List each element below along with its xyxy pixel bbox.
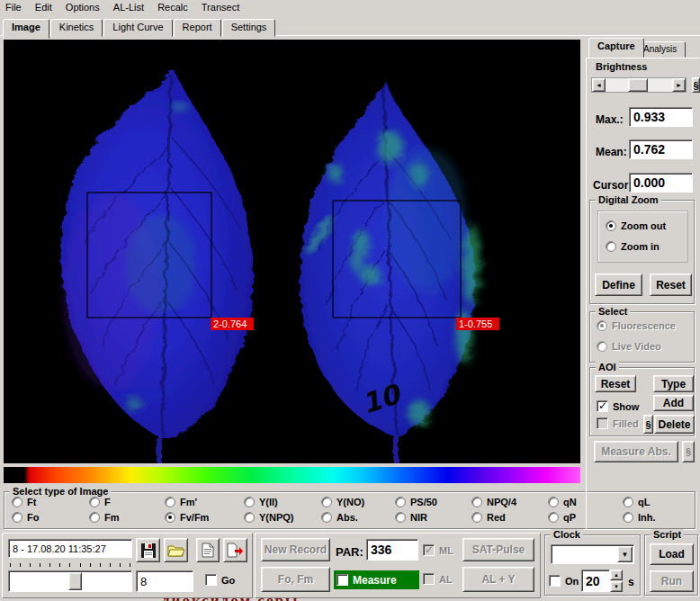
new-record-button: New Record: [261, 538, 330, 561]
menu-edit[interactable]: Edit: [30, 0, 58, 14]
save-record-button[interactable]: [136, 538, 160, 562]
fo-fm-button: Fo, Fm: [261, 567, 330, 592]
clock-unit-label: s: [628, 576, 634, 588]
digital-zoom-title: Digital Zoom: [596, 194, 661, 205]
aoi-add-button[interactable]: Add: [653, 395, 694, 411]
report-page-button[interactable]: [196, 538, 220, 562]
radio-live-video: Live Video: [597, 341, 661, 352]
radio-ps50[interactable]: PS/50: [395, 497, 437, 507]
tab-light-curve[interactable]: Light Curve: [103, 19, 172, 37]
radio-fluorescence: Fluorescence: [597, 320, 676, 331]
aoi-reset-button[interactable]: Reset: [595, 375, 636, 392]
radio-zoom-out[interactable]: Zoom out: [606, 220, 666, 231]
radio-npq4[interactable]: NPQ/4: [471, 497, 516, 507]
par-label: PAR:: [336, 545, 363, 559]
radio-red[interactable]: Red: [471, 512, 506, 523]
mean-label: Mean:: [596, 146, 627, 158]
radio-qp[interactable]: qP: [548, 512, 576, 523]
brightness-scroll-left-arrow[interactable]: ◄: [592, 78, 606, 92]
radio-fm[interactable]: Fm: [89, 512, 120, 523]
radio-nir[interactable]: NIR: [395, 512, 427, 523]
spinner-down-arrow[interactable]: ▼: [610, 581, 623, 592]
spinner-up-arrow[interactable]: ▲: [610, 570, 623, 580]
measuring-panel: New Record PAR: 336 ML SAT-Pulse Fo, Fm …: [255, 533, 541, 598]
record-slider[interactable]: [8, 570, 132, 592]
radio-qn[interactable]: qN: [548, 497, 577, 507]
open-record-button[interactable]: [164, 538, 188, 562]
measure-label: Measure: [353, 574, 397, 587]
measure-abs-handle-icon[interactable]: §: [682, 441, 695, 462]
aoi-filled-checkbox: Filled: [597, 417, 639, 429]
tab-settings[interactable]: Settings: [222, 19, 276, 37]
measure-checkbox[interactable]: [337, 574, 348, 586]
radio-f[interactable]: F: [89, 497, 111, 507]
aoi-group-title: AOI: [596, 362, 619, 372]
tab-report[interactable]: Report: [174, 19, 221, 37]
main-tab-bar: ImageKineticsLight CurveReportSettings: [0, 17, 700, 36]
radio-ft[interactable]: Ft: [12, 497, 36, 507]
brightness-scroll-right-arrow[interactable]: ►: [672, 78, 686, 92]
fluorescence-image-view[interactable]: 10 2-0.764 1-0.755: [4, 40, 580, 463]
menu-file[interactable]: File: [0, 0, 27, 14]
tab-capture[interactable]: Capture: [588, 38, 644, 58]
al-checkbox: AL: [423, 573, 453, 585]
record-slider-thumb[interactable]: [68, 572, 82, 590]
clock-dropdown[interactable]: ▼: [551, 544, 634, 564]
zoom-define-button[interactable]: Define: [595, 274, 642, 296]
brightness-handle-icon[interactable]: §: [692, 77, 700, 93]
record-selector[interactable]: 8 - 17.08.20 11:35:27: [8, 539, 132, 558]
aoi-type-button[interactable]: Type: [653, 375, 694, 392]
image-type-group-title: Select type of Image: [10, 486, 111, 497]
export-record-button[interactable]: [223, 538, 247, 562]
radio-ynpq[interactable]: Y(NPQ): [244, 512, 294, 523]
select-source-title: Select: [596, 306, 630, 317]
aoi-value-label-right: 1-0.755: [456, 318, 499, 330]
radio-fm-prime[interactable]: Fm': [165, 497, 197, 507]
radio-y2[interactable]: Y(II): [244, 497, 278, 507]
clock-interval-field[interactable]: 20: [581, 570, 610, 592]
radio-fo[interactable]: Fo: [12, 512, 39, 523]
tab-image[interactable]: Image: [3, 19, 49, 39]
ml-checkbox: ML: [423, 544, 453, 556]
par-value-field[interactable]: 336: [366, 539, 418, 561]
clock-group-title: Clock: [551, 529, 583, 540]
menu-options[interactable]: Options: [60, 0, 105, 14]
clock-interval-spinner[interactable]: ▲ ▼: [610, 570, 623, 592]
document-icon: [202, 543, 214, 558]
max-label: Max.:: [596, 113, 624, 126]
script-group: Script Load Run: [644, 534, 698, 596]
radio-yno[interactable]: Y(NO): [321, 497, 364, 507]
record-slider-ticks: [10, 563, 130, 567]
go-checkbox[interactable]: Go: [205, 574, 235, 586]
brightness-scroll-thumb[interactable]: [628, 78, 648, 92]
aoi-group: AOI Reset Type Show Add Filled § Delete: [589, 367, 695, 436]
digital-zoom-group: Digital Zoom Zoom out Zoom in Define Res…: [589, 200, 695, 304]
script-group-title: Script: [651, 529, 684, 540]
aoi-delete-button[interactable]: Delete: [654, 415, 695, 434]
false-color-scalebar: [4, 467, 580, 483]
aoi-show-checkbox[interactable]: Show: [597, 400, 639, 412]
aoi-handle-icon[interactable]: §: [643, 415, 653, 434]
clock-on-checkbox[interactable]: On: [549, 575, 579, 587]
open-folder-icon: [167, 543, 185, 558]
menu-al-list[interactable]: AL-List: [108, 0, 149, 14]
brightness-scrollbar[interactable]: ◄ ►: [591, 77, 687, 93]
floppy-disk-icon: [140, 543, 157, 559]
measure-indicator[interactable]: Measure: [334, 570, 419, 589]
al-y-button: AL + Y: [462, 567, 534, 592]
measure-abs-button: Measure Abs.: [594, 441, 678, 462]
menu-transect[interactable]: Transect: [196, 0, 245, 14]
radio-abs[interactable]: Abs.: [321, 512, 358, 523]
zoom-reset-button[interactable]: Reset: [650, 274, 692, 296]
radio-fvfm[interactable]: Fv/Fm: [165, 512, 209, 523]
radio-zoom-in[interactable]: Zoom in: [606, 241, 660, 252]
script-load-button[interactable]: Load: [650, 543, 694, 565]
aoi-value-label-left: 2-0.764: [211, 318, 254, 330]
tab-kinetics[interactable]: Kinetics: [50, 19, 103, 37]
max-value-field: 0.933: [629, 107, 693, 127]
record-number-field[interactable]: 8: [136, 570, 193, 592]
clock-dropdown-arrow[interactable]: ▼: [617, 546, 633, 562]
menu-recalc[interactable]: Recalc: [152, 0, 193, 14]
clock-group: Clock ▼ On 20 ▲ ▼ s: [544, 534, 641, 596]
svg-text:1-0.755: 1-0.755: [459, 318, 492, 329]
